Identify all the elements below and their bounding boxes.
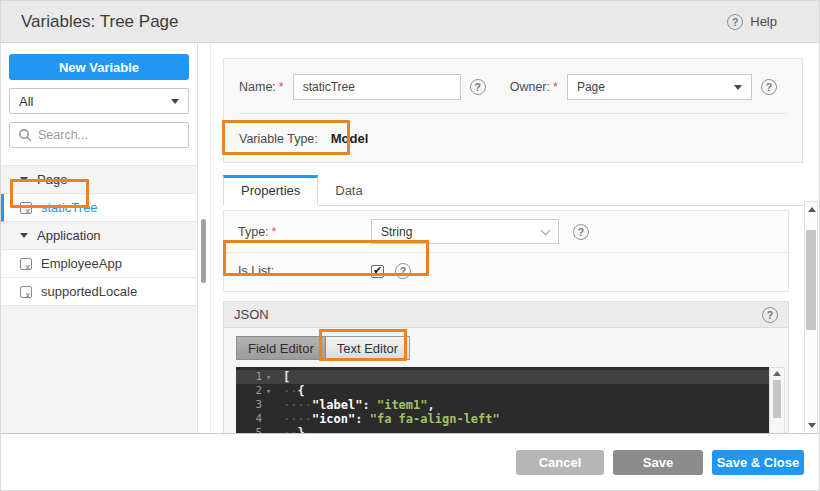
caret-down-icon [171, 99, 179, 104]
owner-help-icon[interactable] [761, 79, 777, 95]
is-list-checkbox[interactable] [371, 265, 384, 278]
search-input[interactable] [38, 128, 180, 142]
text-editor-button[interactable]: Text Editor [326, 336, 410, 360]
code-line[interactable]: 2▾··{ [236, 384, 769, 398]
required-marker: * [553, 80, 558, 94]
sidebar-scrollbar [198, 43, 210, 433]
dialog-body: New Variable All Page [1, 43, 819, 433]
tab-properties[interactable]: Properties [223, 175, 318, 206]
code-text: ··{ [275, 384, 305, 398]
editor-tabbar: Properties Data [223, 175, 819, 206]
tab-data[interactable]: Data [318, 176, 379, 205]
owner-value: Page [577, 80, 605, 94]
is-list-help-icon[interactable] [395, 263, 411, 279]
is-list-row: Is List: [224, 252, 788, 291]
tree-item-supportedlocale[interactable]: supportedLocale [1, 278, 197, 306]
variable-filter-select[interactable]: All [9, 88, 189, 114]
help-label: Help [750, 14, 777, 29]
owner-label: Owner: [510, 80, 550, 94]
properties-scrollbar [804, 201, 818, 433]
line-number: 3 [236, 398, 262, 412]
line-number: 1 [236, 370, 262, 384]
cancel-button[interactable]: Cancel [516, 450, 604, 475]
variable-icon [20, 258, 32, 270]
required-marker: * [279, 80, 284, 94]
properties-scrollbar-thumb[interactable] [806, 230, 816, 330]
variable-editor-panel: Name: * Owner: * Page [210, 43, 819, 433]
code-lines[interactable]: 1▾[2▾··{3····"label": "item1",4····"icon… [236, 367, 769, 433]
type-value: String [381, 225, 412, 239]
search-box[interactable] [9, 122, 189, 148]
type-row: Type:* String [224, 211, 788, 252]
question-circle-icon [727, 14, 743, 30]
is-list-label: Is List: [238, 264, 371, 278]
name-label: Name: [239, 80, 276, 94]
tree-group-page[interactable]: Page [1, 166, 197, 194]
search-icon [18, 128, 32, 142]
fold-gutter [262, 398, 275, 412]
type-help-icon[interactable] [573, 224, 589, 240]
page-title: Variables: Tree Page [21, 12, 727, 32]
help-button[interactable]: Help [727, 14, 777, 30]
code-line[interactable]: 5··} [236, 426, 769, 433]
new-variable-button[interactable]: New Variable [9, 54, 189, 80]
type-select[interactable]: String [371, 219, 559, 244]
code-text: ····"label": "item1", [275, 398, 435, 412]
variable-icon [20, 286, 32, 298]
json-section-title: JSON [234, 307, 269, 322]
sidebar-scrollbar-thumb[interactable] [201, 219, 206, 283]
json-code-editor[interactable]: 1▾[2▾··{3····"label": "item1",4····"icon… [236, 367, 785, 433]
scroll-up-icon[interactable] [773, 371, 781, 376]
code-line[interactable]: 3····"label": "item1", [236, 398, 769, 412]
code-text: [ [275, 370, 290, 384]
variable-header-form: Name: * Owner: * Page [223, 58, 803, 163]
code-line[interactable]: 1▾[ [236, 370, 769, 384]
sidebar-filler [1, 306, 197, 433]
scroll-down-icon[interactable] [808, 423, 816, 428]
variables-dialog: Variables: Tree Page Help New Variable A… [0, 0, 820, 491]
json-section: JSON Field Editor Text Editor 1▾[2▾··{3·… [223, 301, 789, 433]
sidebar-controls: New Variable All [1, 43, 197, 156]
scroll-up-icon[interactable] [808, 207, 816, 212]
tree-group-label: Page [37, 172, 67, 187]
tree-item-employeeapp[interactable]: EmployeeApp [1, 250, 197, 278]
fold-gutter [262, 426, 275, 433]
variable-icon [20, 202, 32, 214]
save-close-button[interactable]: Save & Close [712, 450, 804, 475]
tree-group-application[interactable]: Application [1, 222, 197, 250]
editor-scrollbar [769, 367, 785, 433]
editor-mode-toolbar: Field Editor Text Editor [236, 336, 788, 360]
required-marker: * [272, 225, 277, 239]
variables-tree: Page staticTree Application EmployeeApp … [1, 165, 197, 306]
json-section-body: Field Editor Text Editor 1▾[2▾··{3····"l… [223, 328, 789, 433]
variable-type-label: Variable Type: [239, 132, 318, 146]
fold-gutter [262, 412, 275, 426]
variables-sidebar: New Variable All Page [1, 43, 198, 433]
line-number: 5 [236, 426, 262, 433]
title-bar: Variables: Tree Page Help [1, 1, 819, 43]
caret-down-icon [734, 85, 742, 90]
properties-groupbox: Type:* String Is List: [223, 210, 789, 292]
field-editor-button[interactable]: Field Editor [236, 336, 326, 360]
json-section-header: JSON [223, 301, 789, 328]
code-text: ····"icon": "fa fa-align-left" [275, 412, 500, 426]
name-input[interactable] [293, 74, 461, 100]
save-button[interactable]: Save [613, 450, 703, 475]
name-owner-row: Name: * Owner: * Page [224, 59, 802, 113]
code-text: ··} [275, 426, 305, 433]
code-line[interactable]: 4····"icon": "fa fa-align-left" [236, 412, 769, 426]
variable-filter-value: All [19, 94, 33, 109]
tree-item-statictree[interactable]: staticTree [1, 194, 197, 222]
owner-select[interactable]: Page [567, 74, 752, 100]
fold-caret-icon[interactable]: ▾ [262, 384, 275, 398]
triangle-down-icon [20, 177, 28, 182]
tree-item-label: supportedLocale [41, 284, 137, 299]
tree-item-label: staticTree [41, 200, 98, 215]
name-help-icon[interactable] [470, 79, 486, 95]
dialog-footer: Cancel Save Save & Close [1, 433, 819, 491]
editor-scrollbar-thumb[interactable] [773, 380, 781, 418]
fold-caret-icon[interactable]: ▾ [262, 370, 275, 384]
json-help-icon[interactable] [762, 307, 778, 323]
tree-group-label: Application [37, 228, 101, 243]
type-label: Type:* [238, 225, 371, 239]
